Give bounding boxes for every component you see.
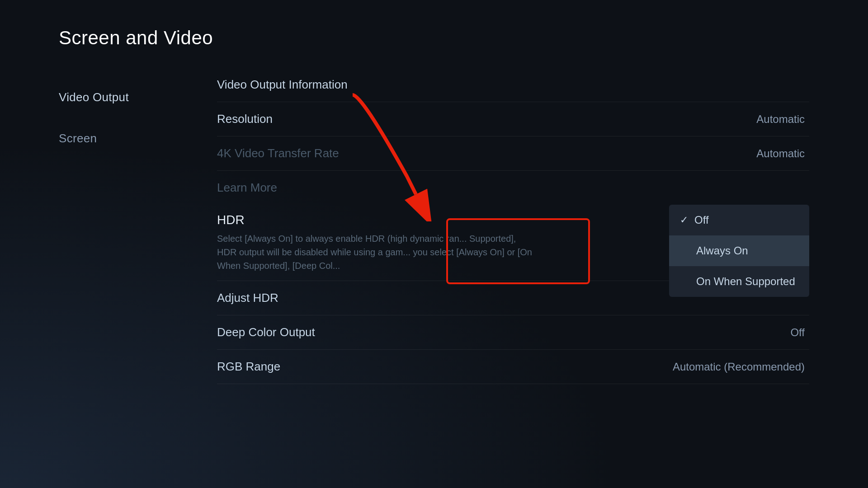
- adjust-hdr-label: Adjust HDR: [217, 291, 278, 305]
- menu-item-rgb-range[interactable]: RGB Range Automatic (Recommended): [217, 350, 809, 384]
- menu-item-4k-transfer: 4K Video Transfer Rate Automatic: [217, 136, 809, 171]
- hdr-description: Select [Always On] to always enable HDR …: [217, 232, 533, 272]
- sidebar: Video Output Screen: [59, 90, 129, 145]
- menu-item-resolution[interactable]: Resolution Automatic: [217, 102, 809, 136]
- 4k-transfer-label: 4K Video Transfer Rate: [217, 146, 339, 160]
- learn-more-label: Learn More: [217, 181, 277, 195]
- deep-color-label: Deep Color Output: [217, 325, 315, 339]
- hdr-section: HDR Select [Always On] to always enable …: [217, 205, 809, 281]
- sidebar-item-screen[interactable]: Screen: [59, 131, 129, 145]
- dropdown-item-on-when-supported[interactable]: On When Supported: [669, 266, 809, 297]
- dropdown-item-off[interactable]: ✓ Off: [669, 205, 809, 235]
- rgb-range-label: RGB Range: [217, 360, 280, 374]
- resolution-value: Automatic: [756, 113, 805, 126]
- page-title: Screen and Video: [59, 27, 213, 49]
- dropdown-item-always-on[interactable]: Always On: [669, 235, 809, 266]
- main-content: Video Output Information Resolution Auto…: [217, 68, 809, 384]
- menu-item-deep-color[interactable]: Deep Color Output Off: [217, 315, 809, 350]
- deep-color-value: Off: [790, 326, 805, 339]
- check-icon: ✓: [680, 214, 688, 226]
- sidebar-item-video-output[interactable]: Video Output: [59, 90, 129, 104]
- resolution-label: Resolution: [217, 112, 273, 126]
- menu-item-video-output-info[interactable]: Video Output Information: [217, 68, 809, 102]
- rgb-range-value: Automatic (Recommended): [673, 361, 805, 373]
- video-output-info-label: Video Output Information: [217, 78, 348, 92]
- hdr-dropdown: ✓ Off Always On On When Supported: [669, 205, 809, 297]
- 4k-transfer-value: Automatic: [756, 147, 805, 160]
- menu-item-learn-more[interactable]: Learn More: [217, 171, 809, 205]
